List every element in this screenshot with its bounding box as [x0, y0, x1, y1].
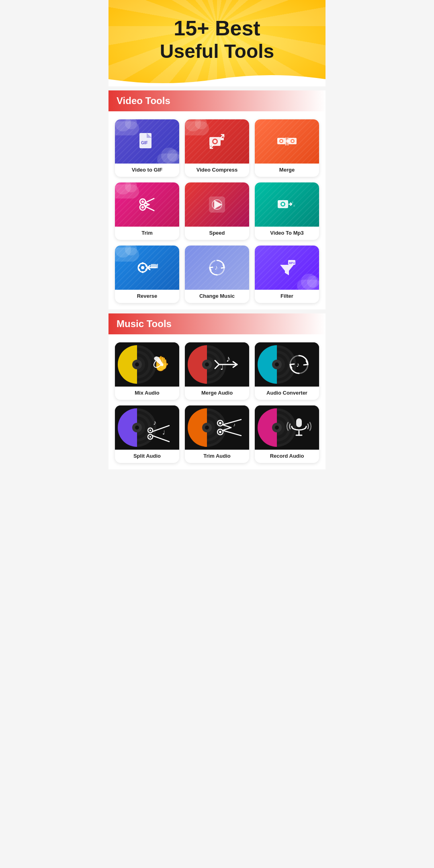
change-music-thumb: ♪	[185, 246, 249, 290]
merge-audio-thumb: ♪ ♩	[185, 342, 249, 387]
svg-line-26	[145, 205, 149, 206]
record-audio-label: Record Audio	[255, 450, 319, 463]
music-section-header: Music Tools	[108, 313, 326, 334]
svg-text:♪: ♪	[292, 201, 293, 204]
merge-icon	[276, 131, 298, 152]
svg-text:♪: ♪	[153, 419, 156, 426]
filter-label: Filter	[255, 290, 319, 303]
header: 15+ Best Useful Tools	[108, 0, 326, 86]
svg-point-21	[141, 201, 144, 203]
merge-card[interactable]: Merge	[255, 119, 319, 177]
trim-audio-label: Trim Audio	[185, 450, 249, 463]
svg-text:MP4: MP4	[289, 262, 295, 264]
svg-rect-18	[287, 137, 289, 145]
video-compress-label: Video Compress	[185, 164, 249, 177]
gif-icon: GIF	[136, 131, 158, 152]
svg-point-113	[149, 430, 151, 431]
video-tools-section: Video Tools GIF Video to GIF	[108, 90, 326, 309]
speed-card[interactable]: Speed	[185, 182, 249, 240]
reverse-icon	[136, 257, 158, 278]
reverse-thumb	[115, 246, 179, 290]
svg-point-22	[141, 206, 144, 209]
mix-audio-vinyl: ✋ 🤚	[115, 342, 179, 387]
video-mp3-label: Video To Mp3	[255, 227, 319, 240]
svg-rect-33	[278, 201, 280, 203]
trim-thumb	[115, 182, 179, 227]
audio-converter-label: Audio Converter	[255, 387, 319, 400]
merge-audio-card[interactable]: ♪ ♩ Merge Audio	[185, 342, 249, 400]
trim-audio-thumb: ♪	[185, 405, 249, 450]
mix-audio-card[interactable]: ✋ 🤚 Mix Audio	[115, 342, 179, 400]
speed-thumb	[185, 182, 249, 227]
svg-point-131	[219, 422, 221, 424]
merge-audio-label: Merge Audio	[185, 387, 249, 400]
reverse-label: Reverse	[115, 290, 179, 303]
svg-point-32	[282, 203, 284, 205]
video-tools-grid: GIF Video to GIF	[108, 119, 326, 309]
svg-text:♪: ♪	[296, 361, 299, 368]
video-mp3-thumb: ♪ ♫	[255, 182, 319, 227]
trim-icon	[136, 194, 158, 215]
music-tools-section: Music Tools	[108, 313, 326, 469]
video-compress-card[interactable]: Video Compress	[185, 119, 249, 177]
svg-text:GIF: GIF	[141, 141, 148, 145]
reverse-card[interactable]: Reverse	[115, 246, 179, 303]
filter-icon: MP4	[276, 257, 298, 278]
mix-audio-label: Mix Audio	[115, 387, 179, 400]
svg-point-41	[145, 269, 147, 271]
video-section-title: Video Tools	[117, 95, 170, 106]
mp3-icon: ♪ ♫	[276, 194, 298, 215]
merge-audio-vinyl: ♪ ♩	[185, 342, 249, 387]
filter-card[interactable]: MP4 Filter	[255, 246, 319, 303]
video-gif-thumb: GIF	[115, 119, 179, 164]
audio-converter-vinyl: ♪	[255, 342, 319, 387]
svg-text:♩: ♩	[162, 429, 165, 436]
svg-point-44	[142, 271, 144, 273]
split-audio-vinyl: ♪ ♩	[115, 405, 179, 450]
svg-text:♪: ♪	[226, 354, 231, 364]
music-section-title: Music Tools	[117, 318, 172, 329]
svg-text:♪: ♪	[215, 264, 218, 271]
speed-label: Speed	[185, 227, 249, 240]
header-line2: Useful Tools	[117, 40, 317, 62]
svg-text:♫: ♫	[293, 204, 295, 207]
change-music-card[interactable]: ♪ Change Music	[185, 246, 249, 303]
svg-rect-150	[296, 418, 302, 427]
svg-point-114	[149, 436, 151, 438]
video-gif-card[interactable]: GIF Video to GIF	[115, 119, 179, 177]
svg-marker-47	[156, 264, 158, 268]
header-title: 15+ Best Useful Tools	[117, 16, 317, 62]
svg-point-132	[219, 431, 221, 433]
svg-point-11	[280, 140, 283, 142]
trim-card[interactable]: Trim	[115, 182, 179, 240]
filter-thumb: MP4	[255, 246, 319, 290]
header-line1: 15+ Best	[117, 16, 317, 40]
video-section-header: Video Tools	[108, 90, 326, 111]
record-audio-card[interactable]: Record Audio	[255, 405, 319, 463]
split-audio-card[interactable]: ♪ ♩ Split Audio	[115, 405, 179, 463]
merge-label: Merge	[255, 164, 319, 177]
merge-thumb	[255, 119, 319, 164]
svg-rect-17	[285, 137, 287, 145]
video-compress-thumb	[185, 119, 249, 164]
music-icon: ♪	[206, 257, 228, 278]
audio-converter-card[interactable]: ♪ Audio Converter	[255, 342, 319, 400]
svg-point-42	[138, 265, 140, 267]
trim-audio-vinyl: ♪	[185, 405, 249, 450]
video-mp3-card[interactable]: ♪ ♫ Video To Mp3	[255, 182, 319, 240]
bottom-space	[108, 471, 326, 479]
mix-audio-thumb: ✋ 🤚	[115, 342, 179, 387]
svg-point-38	[141, 266, 144, 269]
svg-text:♩: ♩	[220, 363, 223, 371]
svg-point-40	[145, 265, 147, 267]
compress-icon	[206, 131, 228, 152]
video-gif-label: Video to GIF	[115, 164, 179, 177]
header-wave	[108, 71, 326, 86]
svg-rect-6	[221, 138, 224, 140]
svg-line-23	[145, 199, 154, 203]
audio-converter-thumb: ♪	[255, 342, 319, 387]
svg-point-5	[213, 140, 217, 143]
trim-audio-card[interactable]: ♪ Trim Audio	[185, 405, 249, 463]
svg-line-24	[145, 206, 154, 211]
svg-rect-46	[151, 264, 156, 268]
